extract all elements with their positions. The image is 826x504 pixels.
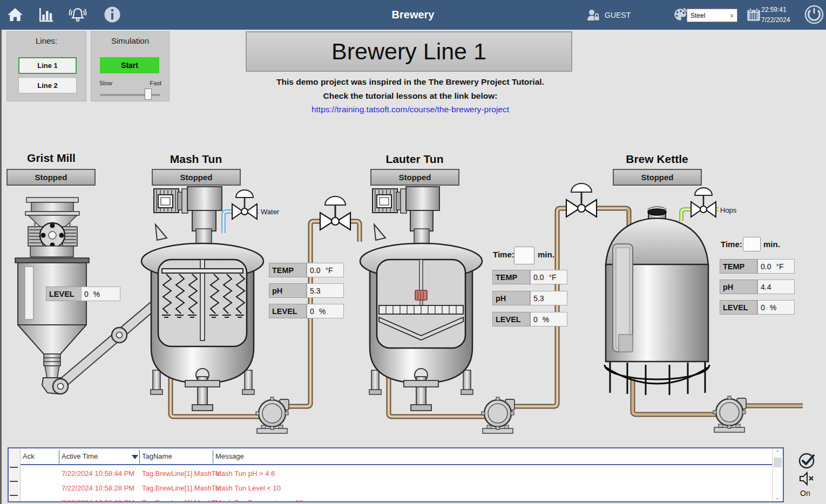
valve-mash-outlet — [320, 196, 350, 230]
lauter-ph-value-box: 5.3 — [530, 291, 567, 305]
kettle-level-value: 0 — [761, 303, 765, 312]
sort-desc-icon[interactable] — [132, 455, 138, 459]
scroll-thumb[interactable] — [774, 458, 782, 467]
kettle-temp-value-box: 0.0 °F — [757, 259, 795, 274]
kettle-level-label: LEVEL — [720, 300, 757, 315]
alarm-tag: Tag.BrewLine[1].MashTu... — [142, 499, 225, 502]
check-circle-icon — [798, 451, 816, 469]
col-message[interactable]: Message — [215, 452, 244, 460]
mash-level-value-box: 0 % — [307, 304, 344, 318]
scroll-down-icon[interactable]: ⌄ — [775, 494, 780, 500]
brew-kettle-title: Brew Kettle — [614, 153, 700, 166]
col-active-time[interactable]: Active Time — [62, 452, 98, 460]
col-tag-name[interactable]: TagName — [142, 452, 172, 460]
mash-temp-value: 0.0 — [310, 266, 320, 275]
lauter-time-label: Time: — [493, 250, 514, 259]
lauter-tun-status: Stopped — [370, 169, 459, 186]
kettle-temp-label: TEMP — [720, 259, 757, 274]
kettle-ph-value: 4.4 — [761, 283, 771, 291]
lauter-level-value-box: 0 % — [530, 312, 567, 326]
theme-value: Steel — [690, 12, 705, 19]
tutorial-link[interactable]: https://training.tatsoft.com/course/the-… — [312, 105, 509, 114]
mash-level-unit: % — [319, 307, 326, 316]
column-separator — [59, 450, 59, 464]
kettle-ph-label: pH — [720, 280, 757, 294]
lauter-temp-value: 0.0 — [533, 273, 544, 282]
water-label: Water — [261, 208, 279, 216]
speaker-muted-icon — [798, 471, 815, 487]
kettle-level-unit: % — [770, 303, 776, 312]
valve-water — [232, 190, 257, 219]
start-button[interactable]: Start — [100, 57, 159, 73]
sound-mute-button[interactable] — [798, 471, 815, 489]
grist-level-value: 0 — [84, 290, 89, 298]
mash-temp-unit: °F — [325, 266, 333, 275]
grist-mill-status: Stopped — [6, 169, 96, 186]
lauter-level-unit: % — [543, 315, 549, 324]
mash-tun-title: Mash Tun — [153, 153, 239, 166]
kettle-time-input[interactable] — [743, 237, 761, 251]
theme-select[interactable]: Steel ∨ — [687, 9, 737, 22]
column-separator — [139, 450, 140, 464]
kettle-ph-value-box: 4.4 — [757, 280, 795, 294]
scroll-up-icon[interactable]: ⌃ — [775, 449, 780, 455]
intro-line-1: This demo project was inspired in the Th… — [162, 77, 659, 87]
page-title: Brewery Line 1 — [331, 38, 486, 65]
alarm-message: Mash Tun Temperature < 33 — [215, 499, 303, 502]
hops-label: Hops — [720, 206, 736, 214]
lauter-level-value: 0 — [533, 315, 538, 324]
lauter-temp-unit: °F — [549, 273, 556, 282]
row-marker — [10, 481, 18, 482]
pump-kettle — [713, 396, 746, 432]
slider-slow-label: Slow — [99, 80, 112, 86]
clock-date: 7/22/2024 — [761, 15, 790, 25]
alarm-row-header-strip — [9, 448, 21, 501]
window-left-edge — [0, 30, 2, 504]
kettle-level-value-box: 0 % — [757, 300, 795, 315]
logout-button[interactable] — [803, 4, 825, 25]
user-name: GUEST — [605, 11, 631, 19]
user-lock-icon — [586, 8, 600, 22]
simulation-panel-title: Simulation — [91, 32, 169, 45]
lauter-time-input[interactable] — [514, 247, 534, 264]
lines-panel-title: Lines: — [7, 32, 86, 45]
col-ack[interactable]: Ack — [23, 452, 35, 460]
acknowledge-button[interactable] — [798, 451, 816, 472]
line2-button[interactable]: Line 2 — [18, 77, 77, 93]
valve-lauter-outlet — [566, 183, 597, 217]
lauter-level-label: LEVEL — [492, 312, 530, 326]
clock-time: 22:59:41 — [761, 5, 790, 15]
user-badge[interactable]: GUEST — [586, 8, 631, 23]
mash-tun-status: Stopped — [152, 169, 241, 186]
lauter-time-unit: min. — [538, 250, 554, 259]
alarm-row[interactable]: 7/22/2024 10:58:20 PM Tag.BrewLine[1].Ma… — [21, 495, 772, 502]
mash-ph-value: 5.3 — [310, 287, 320, 295]
alarm-row[interactable]: 7/22/2024 10:58:28 PM Tag.BrewLine[1].Ma… — [21, 481, 772, 495]
alarm-time: 7/22/2024 10:58:20 PM — [62, 499, 134, 502]
alarm-tag: Tag.BrewLine[1].MashTu... — [142, 484, 225, 492]
lauter-tun-title: Lauter Tun — [371, 153, 458, 166]
brew-kettle-status: Stopped — [613, 169, 702, 186]
grist-level-label: LEVEL — [46, 287, 82, 301]
grist-level-unit: % — [93, 290, 100, 298]
pump-lauter — [482, 397, 514, 433]
lauter-ph-value: 5.3 — [533, 294, 544, 303]
row-marker — [10, 467, 18, 468]
mash-temp-value-box: 0.0 °F — [307, 263, 344, 277]
palette-icon — [672, 6, 688, 23]
line1-button[interactable]: Line 1 — [18, 57, 77, 74]
grist-mill-title: Grist Mill — [8, 152, 94, 165]
lauter-ph-label: pH — [492, 291, 530, 305]
sound-state-label: On — [800, 489, 810, 498]
page-title-panel: Brewery Line 1 — [246, 31, 572, 72]
alarm-scrollbar[interactable]: ⌃ ⌄ — [772, 448, 783, 501]
mash-ph-label: pH — [269, 283, 307, 298]
clock: 22:59:41 7/22/2024 — [761, 5, 790, 25]
alarm-row[interactable]: 7/22/2024 10:58:44 PM Tag.BrewLine[1].Ma… — [21, 466, 772, 481]
grist-level-value-box: 0 % — [81, 287, 120, 301]
pump-mash — [256, 397, 289, 433]
valve-hops — [691, 188, 716, 217]
calendar-icon — [746, 6, 762, 23]
alarm-table-header: Ack Active Time TagName Message — [21, 448, 772, 465]
speed-slider-handle[interactable] — [145, 88, 152, 100]
